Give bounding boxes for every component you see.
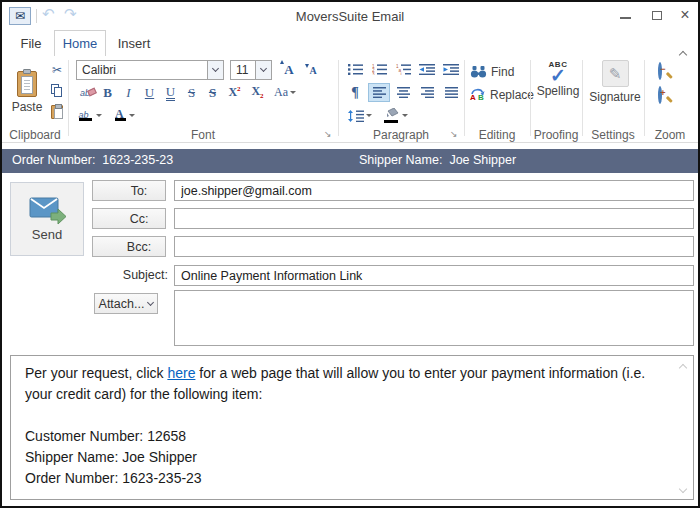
- strikethrough-button[interactable]: S: [182, 83, 201, 102]
- clear-formatting-button[interactable]: ab: [74, 83, 96, 102]
- attach-button[interactable]: Attach...: [94, 293, 158, 314]
- find-button[interactable]: Find: [470, 62, 514, 81]
- line-spacing-icon: [348, 110, 364, 122]
- bold-button[interactable]: B: [98, 83, 117, 102]
- maximize-button[interactable]: [644, 6, 670, 24]
- show-paragraph-marks-button[interactable]: ¶: [344, 83, 366, 102]
- signature-pen-icon: ✎: [602, 60, 629, 87]
- signature-button[interactable]: ✎ Signature: [587, 60, 643, 122]
- bold-icon: B: [103, 85, 112, 101]
- double-underline-button[interactable]: U: [161, 83, 180, 102]
- align-left-button[interactable]: [368, 83, 390, 102]
- minimize-button[interactable]: [612, 6, 638, 24]
- underline-icon: U: [145, 85, 154, 101]
- cc-button[interactable]: Cc:: [92, 208, 166, 229]
- spelling-label: Spelling: [537, 84, 580, 98]
- zoom-out-button[interactable]: −: [652, 60, 678, 81]
- scroll-up-button[interactable]: [676, 359, 690, 373]
- font-name-combobox[interactable]: Calibri: [76, 60, 224, 80]
- font-color-icon: A: [115, 107, 127, 123]
- settings-group-label: Settings: [582, 128, 644, 142]
- copy-icon: [51, 84, 63, 97]
- copy-button[interactable]: [48, 81, 66, 100]
- text-highlight-button[interactable]: ab: [74, 105, 106, 125]
- collapse-ribbon-button[interactable]: [680, 44, 688, 52]
- underline-button[interactable]: U: [140, 83, 159, 102]
- decrease-indent-button[interactable]: [416, 60, 438, 79]
- numbering-button[interactable]: 123: [368, 60, 390, 79]
- align-right-icon: [421, 87, 434, 98]
- payment-link[interactable]: here: [167, 365, 195, 381]
- paste-button[interactable]: Paste: [8, 60, 46, 124]
- align-center-button[interactable]: [392, 83, 414, 102]
- bullets-button[interactable]: [344, 60, 366, 79]
- increase-indent-button[interactable]: [440, 60, 462, 79]
- replace-button[interactable]: A B Replace: [470, 85, 534, 104]
- subject-label: Subject:: [92, 268, 168, 282]
- body-detail-line: Order Number: 1623-235-23: [25, 468, 659, 489]
- grow-font-icon: A: [284, 62, 293, 78]
- shrink-font-button[interactable]: A: [302, 60, 324, 80]
- clipboard-icon: [17, 71, 37, 97]
- send-button[interactable]: Send: [10, 182, 84, 256]
- tab-file[interactable]: File: [10, 30, 52, 56]
- paste-special-icon: [51, 105, 63, 119]
- font-group-label: Font: [68, 128, 338, 142]
- paragraph-group-label: Paragraph: [338, 128, 464, 142]
- italic-icon: I: [126, 85, 130, 101]
- multilevel-list-button[interactable]: 1ai: [392, 60, 414, 79]
- bullets-icon: [348, 64, 363, 75]
- title-bar: ✉ ↶ ↷ MoversSuite Email ×: [2, 2, 698, 30]
- paragraph-dialog-launcher[interactable]: ↘: [450, 129, 458, 139]
- grow-font-button[interactable]: A: [278, 60, 300, 80]
- shipper-name: Shipper Name:Joe Shipper: [359, 153, 516, 167]
- attachments-box[interactable]: [174, 290, 694, 346]
- to-input[interactable]: [174, 180, 694, 201]
- superscript-icon: X2: [228, 85, 240, 100]
- cut-button[interactable]: ✂: [48, 60, 66, 79]
- subject-input[interactable]: [174, 265, 694, 286]
- window-title: MoversSuite Email: [2, 9, 698, 24]
- attach-label: Attach...: [99, 297, 145, 311]
- tab-insert[interactable]: Insert: [108, 30, 160, 56]
- justify-icon: [445, 87, 458, 98]
- font-dialog-launcher[interactable]: ↘: [324, 129, 332, 139]
- double-strikethrough-button[interactable]: S: [203, 83, 222, 102]
- change-case-button[interactable]: Aa: [270, 83, 300, 102]
- group-separator: [582, 60, 583, 136]
- scroll-down-button[interactable]: [676, 483, 690, 497]
- shipper-name-value: Joe Shipper: [449, 153, 516, 167]
- font-size-combobox[interactable]: 11: [230, 60, 272, 80]
- group-separator: [530, 60, 531, 136]
- tab-home[interactable]: Home: [54, 30, 106, 56]
- pilcrow-icon: ¶: [351, 85, 359, 101]
- chevron-down-icon[interactable]: [255, 61, 271, 79]
- moverssuite-email-window: ✉ ↶ ↷ MoversSuite Email × File Home Inse…: [0, 0, 700, 508]
- zoom-in-button[interactable]: +: [652, 84, 678, 105]
- body-intro: Per your request, click here for a web p…: [25, 363, 659, 405]
- bcc-button[interactable]: Bcc:: [92, 236, 166, 257]
- italic-button[interactable]: I: [119, 83, 138, 102]
- message-body[interactable]: Per your request, click here for a web p…: [10, 355, 694, 500]
- shading-button[interactable]: [380, 106, 412, 125]
- subscript-button[interactable]: X2: [247, 83, 268, 102]
- replace-label: Replace: [490, 88, 534, 102]
- to-button[interactable]: To:: [92, 180, 166, 201]
- cc-input[interactable]: [174, 208, 694, 229]
- superscript-button[interactable]: X2: [224, 83, 245, 102]
- chevron-down-icon: [129, 114, 135, 117]
- justify-button[interactable]: [440, 83, 462, 102]
- decrease-indent-icon: [419, 64, 435, 75]
- clear-formatting-icon: ab: [80, 88, 90, 98]
- chevron-down-icon: [402, 114, 408, 117]
- align-left-icon: [373, 87, 386, 98]
- line-spacing-button[interactable]: [344, 106, 376, 125]
- paste-options-button[interactable]: [48, 102, 66, 121]
- font-color-button[interactable]: A: [110, 105, 140, 125]
- font-name-value: Calibri: [77, 63, 207, 77]
- close-button[interactable]: ×: [672, 6, 698, 24]
- spelling-button[interactable]: ABC ✓ Spelling: [535, 60, 581, 122]
- bcc-input[interactable]: [174, 236, 694, 257]
- chevron-down-icon[interactable]: [207, 61, 223, 79]
- align-right-button[interactable]: [416, 83, 438, 102]
